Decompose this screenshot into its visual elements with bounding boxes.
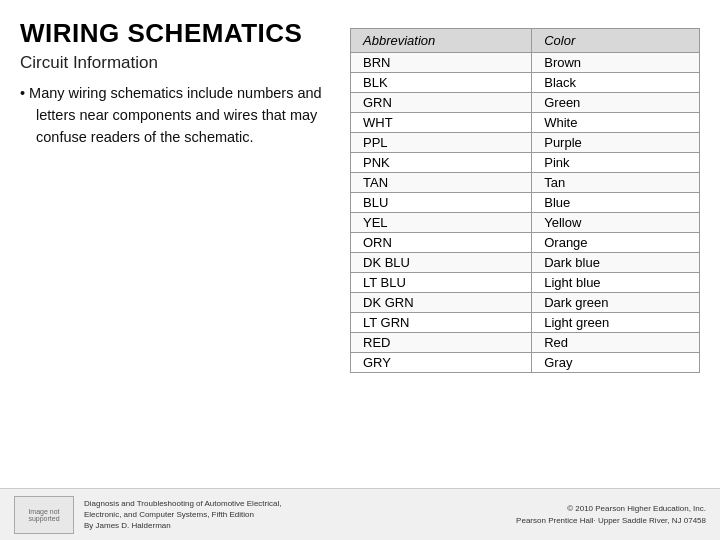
color-cell: Light green (532, 313, 700, 333)
table-row: GRYGray (351, 353, 700, 373)
color-cell: Orange (532, 233, 700, 253)
color-cell: Brown (532, 53, 700, 73)
color-cell: Black (532, 73, 700, 93)
color-cell: Blue (532, 193, 700, 213)
abbr-cell: RED (351, 333, 532, 353)
table-row: BLUBlue (351, 193, 700, 213)
table-row: YELYellow (351, 213, 700, 233)
table-row: PPLPurple (351, 133, 700, 153)
col1-header: Abbreviation (351, 29, 532, 53)
abbr-cell: BLK (351, 73, 532, 93)
color-cell: Dark green (532, 293, 700, 313)
right-section: Abbreviation Color BRNBrownBLKBlackGRNGr… (350, 28, 700, 373)
color-cell: Red (532, 333, 700, 353)
page-title: WIRING SCHEMATICS (20, 18, 330, 49)
abbr-cell: PNK (351, 153, 532, 173)
footer-line2: Electronic, and Computer Systems, Fifth … (84, 509, 281, 520)
table-row: REDRed (351, 333, 700, 353)
color-cell: Purple (532, 133, 700, 153)
abbr-cell: WHT (351, 113, 532, 133)
color-cell: Green (532, 93, 700, 113)
abbr-cell: TAN (351, 173, 532, 193)
abbr-cell: GRN (351, 93, 532, 113)
color-cell: Pink (532, 153, 700, 173)
table-row: TANTan (351, 173, 700, 193)
footer-right-text: © 2010 Pearson Higher Education, Inc. Pe… (516, 503, 706, 525)
table-row: BLKBlack (351, 73, 700, 93)
abbr-cell: DK GRN (351, 293, 532, 313)
table-row: PNKPink (351, 153, 700, 173)
footer-left-text: Diagnosis and Troubleshooting of Automot… (84, 498, 281, 532)
table-row: DK GRNDark green (351, 293, 700, 313)
abbr-cell: BLU (351, 193, 532, 213)
table-row: GRNGreen (351, 93, 700, 113)
footer-right-line2: Pearson Prentice Hall· Upper Saddle Rive… (516, 515, 706, 526)
table-row: ORNOrange (351, 233, 700, 253)
abbr-cell: LT BLU (351, 273, 532, 293)
abbr-cell: BRN (351, 53, 532, 73)
table-row: LT GRNLight green (351, 313, 700, 333)
footer-right-line1: © 2010 Pearson Higher Education, Inc. (516, 503, 706, 514)
table-row: DK BLUDark blue (351, 253, 700, 273)
table-row: WHTWhite (351, 113, 700, 133)
color-cell: White (532, 113, 700, 133)
abbr-cell: GRY (351, 353, 532, 373)
abbreviation-table: Abbreviation Color BRNBrownBLKBlackGRNGr… (350, 28, 700, 373)
left-section: WIRING SCHEMATICS Circuit Information Ma… (20, 18, 330, 373)
color-cell: Tan (532, 173, 700, 193)
footer: Image not supported Diagnosis and Troubl… (0, 488, 720, 540)
footer-logo: Image not supported (14, 496, 74, 534)
col2-header: Color (532, 29, 700, 53)
color-cell: Yellow (532, 213, 700, 233)
abbr-cell: DK BLU (351, 253, 532, 273)
color-cell: Light blue (532, 273, 700, 293)
footer-line3: By James D. Halderman (84, 520, 281, 531)
abbr-cell: ORN (351, 233, 532, 253)
table-row: BRNBrown (351, 53, 700, 73)
abbr-cell: YEL (351, 213, 532, 233)
abbr-cell: LT GRN (351, 313, 532, 333)
abbr-cell: PPL (351, 133, 532, 153)
logo-placeholder-text: Image not supported (15, 508, 73, 522)
section-subtitle: Circuit Information (20, 53, 330, 73)
color-cell: Dark blue (532, 253, 700, 273)
bullet-paragraph: Many wiring schematics include numbers a… (20, 83, 330, 148)
table-row: LT BLULight blue (351, 273, 700, 293)
color-cell: Gray (532, 353, 700, 373)
footer-line1: Diagnosis and Troubleshooting of Automot… (84, 498, 281, 509)
